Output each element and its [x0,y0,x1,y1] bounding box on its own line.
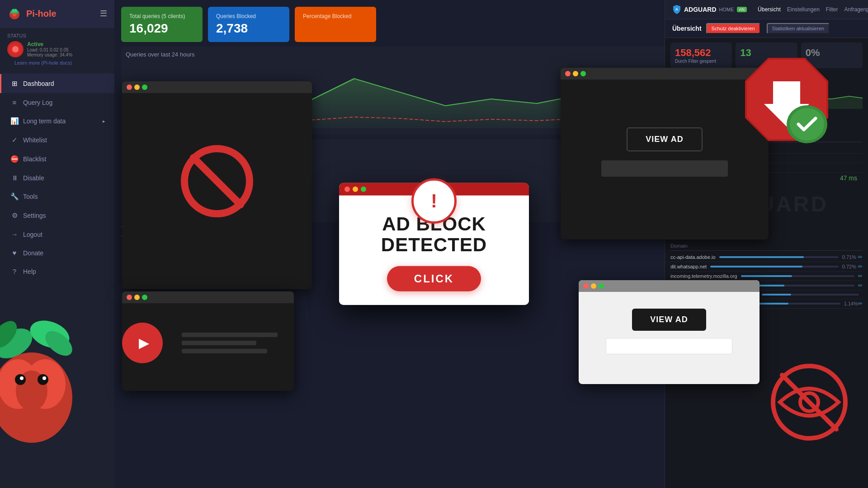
adguard-sub: HOME [719,7,734,12]
edit-icon[interactable]: ✏ [858,263,863,270]
svg-line-32 [782,375,836,429]
sidebar-item-label: Whitelist [23,136,47,144]
svg-point-29 [790,108,824,141]
adguard-status-badge: AN [737,7,747,12]
hamburger-menu[interactable]: ☰ [100,9,107,19]
sidebar-item-label: Dashboard [23,80,54,87]
ag-nav-anfragen[interactable]: Anfragenprotokoll [844,6,868,13]
warning-circle: ! [411,178,457,224]
sidebar-item-disable[interactable]: ⏸ Disable [0,169,114,187]
status-active-label: Active [27,41,72,47]
app-title: Pi-hole [26,9,57,19]
play-button[interactable]: ▶ [122,323,163,363]
query-log-icon: ≡ [10,99,19,106]
window-dot-green [361,187,366,192]
domain-pct: 0.72% [842,264,856,269]
browser-window-view-ad-bottom: VIEW AD [579,280,760,384]
svg-point-5 [14,9,17,13]
status-title: Status [7,33,107,38]
view-ad-button-bottom[interactable]: VIEW AD [632,309,706,331]
svg-text:A: A [675,7,678,11]
schutz-deaktivieren-button[interactable]: Schutz deaktivieren [706,23,760,34]
sidebar-item-logout[interactable]: → Logout [0,225,114,244]
adguard-nav: Übersicht Einstellungen Filter Anfragenp… [758,6,868,13]
sidebar-item-tools[interactable]: 🔧 Tools [0,187,114,206]
sidebar-item-settings[interactable]: ⚙ Settings [0,206,114,225]
status-box: Status Active Load: 0.01 0.02 0.05 Memor… [0,28,114,74]
status-indicator [7,41,24,57]
edit-icon[interactable]: ✏ [858,300,863,307]
sidebar-item-query-log[interactable]: ≡ Query Log [0,93,114,112]
ag-nav-ubersicht[interactable]: Übersicht [758,6,781,13]
ag-nav-einstellungen[interactable]: Einstellungen [787,6,820,13]
ubersicht-tab[interactable]: Übersicht [672,25,702,32]
sidebar-item-label: Tools [23,193,38,200]
view-ad-button-top[interactable]: VIEW AD [627,127,702,151]
domain-name: cc-api-data.adobe.io [670,254,716,260]
sidebar-item-label: Settings [23,212,46,219]
sidebar-item-donate[interactable]: ♥ Donate [0,244,114,262]
edit-icon[interactable]: ✏ [858,282,863,289]
sidebar-item-label: Blacklist [23,155,46,163]
svg-point-21 [38,374,48,385]
donate-icon: ♥ [10,249,19,257]
ag-nav-filter[interactable]: Filter [826,6,838,13]
browser-window-right-bg: VIEW AD [561,68,769,239]
queries-blocked-card: Queries Blocked 2,738 [208,7,289,42]
chart-icon: 📊 [10,117,19,125]
sidebar-item-label: Query Log [23,99,52,106]
learn-more-link[interactable]: Learn more (Pi-hole docs) [7,57,107,68]
edit-icon[interactable]: ✏ [858,273,863,279]
input-bar [606,338,732,354]
browser-window-left-bg [122,81,312,289]
window-dot-yellow [353,187,358,192]
domain-row: dit.whatsapp.net 0.72% ✏ [670,262,863,272]
raspberry-pi-illustration [0,307,90,452]
adguard-shield-icon: A [672,5,681,14]
sidebar-item-label: Help [23,268,36,275]
dashboard-icon: ⊞ [10,80,19,88]
adguard-tabs: Übersicht Schutz deaktivieren Statistike… [665,19,868,38]
settings-icon: ⚙ [10,211,19,220]
adguard-logo: A ADGUARD HOME AN [672,5,747,14]
sidebar-item-blacklist[interactable]: ⛔ Blacklist [0,150,114,169]
adguard-shield-overlay [741,54,832,145]
sidebar-item-dashboard[interactable]: ⊞ Dashboard [0,74,114,93]
chevron-right-icon: ▸ [103,118,105,124]
svg-line-25 [193,158,241,205]
svg-point-23 [42,376,46,380]
click-button[interactable]: CLICK [387,266,481,291]
window-dot-red [344,187,350,192]
stat-label: Total queries (5 clients) [129,13,194,19]
percentage-blocked-card: Percentage Blocked [295,7,376,42]
domain-name: dit.whatsapp.net [670,264,707,269]
whitelist-icon: ✓ [10,136,19,144]
blacklist-icon: ⛔ [10,155,19,163]
svg-point-22 [20,376,24,380]
domain-row: cc-api-data.adobe.io 0.71% ✏ [670,253,863,262]
adguard-blocked-stat: 158,562 Durch Filter gesperrt [670,42,732,68]
sidebar-item-long-term[interactable]: 📊 Long term data ▸ [0,112,114,131]
warning-symbol: ! [431,190,437,212]
adguard-header: A ADGUARD HOME AN Übersicht Einstellunge… [665,0,868,19]
stat-value: 2,738 [216,21,281,36]
disable-icon: ⏸ [10,174,19,182]
edit-icon[interactable]: ✏ [858,254,863,260]
stat-value: 16,029 [129,21,194,36]
sidebar-item-help[interactable]: ? Help [0,262,114,281]
domain-name: incoming.telemetry.mozilla.org [670,273,737,279]
sidebar-item-label: Donate [23,249,43,257]
svg-point-20 [15,374,26,385]
sidebar-nav: ⊞ Dashboard ≡ Query Log 📊 Long term data… [0,74,114,281]
domain-col-header: Domain [670,241,863,251]
statistiken-aktualisieren-button[interactable]: Statistiken aktualisieren [767,23,830,34]
domain-pct: 0.71% [842,254,856,260]
stat-label: Percentage Blocked [303,13,368,19]
domain-row: incoming.telemetry.mozilla.org ✏ [670,272,863,281]
sidebar-item-label: Logout [23,231,42,238]
total-queries-card: Total queries (5 clients) 16,029 [121,7,203,42]
sidebar-item-whitelist[interactable]: ✓ Whitelist [0,131,114,150]
help-icon: ? [10,267,19,275]
status-load: Load: 0.01 0.02 0.05 [27,47,72,52]
sidebar-header: Pi-hole ☰ [0,0,114,28]
